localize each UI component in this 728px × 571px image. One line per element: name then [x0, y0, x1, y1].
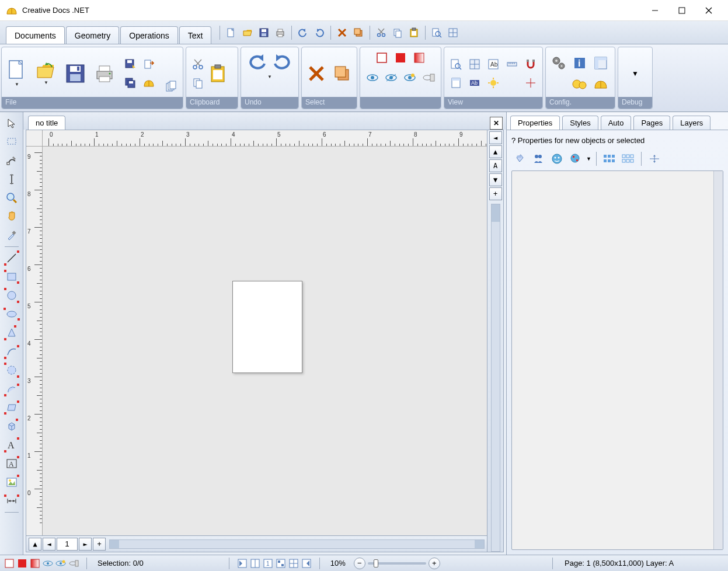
layer-down-icon[interactable]: ▼ — [489, 173, 502, 186]
text-cursor-tool[interactable] — [3, 170, 20, 188]
edit-points-tool[interactable] — [3, 152, 20, 169]
polygon-tool[interactable] — [3, 324, 20, 342]
vertical-scrollbar[interactable] — [491, 204, 500, 552]
zoom-page-icon[interactable] — [429, 25, 444, 40]
delete-button[interactable] — [305, 62, 328, 85]
document-tab[interactable]: no title — [28, 116, 65, 130]
view-mode-2-icon[interactable] — [249, 558, 261, 569]
grid-icon[interactable] — [445, 25, 461, 40]
swatch-gradient-icon[interactable] — [29, 558, 41, 569]
close-button[interactable] — [695, 2, 722, 19]
status-eye2-icon[interactable] — [55, 558, 67, 569]
eye-show-icon[interactable] — [364, 69, 381, 86]
save-all-icon[interactable] — [122, 75, 138, 91]
properties-scrollbar[interactable] — [713, 171, 723, 549]
prop-grid3x2-outline-icon[interactable] — [620, 151, 636, 167]
minimize-button[interactable] — [642, 2, 668, 19]
tab-geometry[interactable]: Geometry — [66, 26, 119, 44]
preview-filled-icon[interactable] — [392, 50, 409, 66]
cut-button[interactable] — [190, 56, 206, 72]
view-mode-1-icon[interactable] — [236, 558, 248, 569]
page-prev-icon[interactable]: ◄ — [43, 538, 55, 551]
preview-outline-icon[interactable] — [374, 50, 390, 66]
image-tool[interactable] — [3, 473, 20, 491]
undo-button[interactable] — [245, 50, 269, 73]
tab-operations[interactable]: Operations — [120, 26, 177, 44]
text-tool[interactable]: A — [3, 436, 20, 454]
page-up-icon[interactable]: ▲ — [29, 538, 41, 551]
layout-icon[interactable] — [591, 54, 610, 72]
info-icon[interactable]: i — [570, 54, 589, 72]
open-icon[interactable] — [240, 25, 255, 40]
ellipse-tool[interactable] — [3, 305, 20, 323]
marquee-tool[interactable] — [3, 133, 20, 151]
close-document-button[interactable]: ✕ — [490, 117, 503, 130]
eye-half-icon[interactable] — [383, 69, 399, 86]
maximize-button[interactable] — [668, 2, 695, 19]
zoom-track[interactable] — [368, 562, 426, 565]
new-document-button[interactable]: ▼ — [5, 60, 29, 88]
eyedropper-tool[interactable] — [3, 227, 20, 244]
copy-button[interactable] — [190, 75, 206, 91]
side-tab-auto[interactable]: Auto — [601, 116, 632, 130]
star-tool[interactable] — [3, 361, 20, 379]
page-next-icon[interactable]: ► — [79, 538, 92, 551]
view-mode-6-icon[interactable] — [301, 558, 312, 569]
arc-tool[interactable] — [3, 380, 20, 398]
text-label-icon[interactable]: Ab — [466, 75, 483, 91]
save-document-button[interactable] — [64, 60, 87, 88]
side-tab-properties[interactable]: Properties — [510, 116, 560, 130]
prop-people-icon[interactable] — [530, 151, 546, 167]
text-grid-icon[interactable]: Ab — [485, 56, 501, 72]
smileys-icon[interactable] — [570, 75, 589, 93]
undo-icon[interactable] — [295, 25, 311, 40]
zoom-fit-icon[interactable] — [448, 56, 464, 72]
status-eye3-icon[interactable] — [68, 558, 79, 569]
layer-add-icon[interactable]: + — [489, 187, 502, 200]
horizontal-scrollbar[interactable] — [109, 539, 485, 549]
swatch-filled-icon[interactable] — [16, 558, 28, 569]
export-icon[interactable] — [141, 56, 157, 72]
view-mode-3-icon[interactable]: 1 — [262, 558, 274, 569]
cube-tool[interactable] — [3, 417, 20, 435]
zoom-thumb[interactable] — [374, 559, 378, 567]
book-icon[interactable] — [141, 75, 157, 91]
view-mode-4-icon[interactable] — [275, 558, 287, 569]
side-tab-layers[interactable]: Layers — [673, 116, 710, 130]
page-add-icon[interactable]: + — [93, 538, 106, 551]
prop-align-icon[interactable] — [646, 151, 663, 167]
prop-smiley-icon[interactable] — [549, 151, 565, 167]
dimension-tool[interactable] — [3, 492, 20, 510]
line-tool[interactable] — [3, 249, 20, 267]
view-mode-5-icon[interactable] — [288, 558, 299, 569]
crosshair-icon[interactable] — [523, 75, 539, 91]
eye-settings-icon[interactable] — [420, 69, 437, 86]
eye-hide-icon[interactable] — [402, 69, 418, 86]
preview-gradient-icon[interactable] — [411, 50, 427, 66]
bezier-tool[interactable] — [3, 343, 20, 360]
ruler-icon[interactable] — [504, 56, 520, 72]
cut-icon[interactable] — [374, 25, 389, 40]
page-layout-icon[interactable] — [448, 75, 464, 91]
circle-tool[interactable] — [3, 287, 20, 304]
zoom-tool[interactable] — [3, 189, 20, 207]
layer-up-icon[interactable]: ▲ — [489, 145, 502, 158]
status-eye1-icon[interactable] — [42, 558, 54, 569]
prop-shape-dropdown-icon[interactable] — [567, 151, 584, 167]
prop-grid3x2-icon[interactable] — [601, 151, 618, 167]
paste-button[interactable] — [208, 56, 227, 91]
scroll-left-icon[interactable]: ◄ — [489, 131, 502, 144]
print-document-button[interactable] — [93, 60, 116, 88]
text-frame-tool[interactable]: A — [3, 455, 20, 472]
side-tab-pages[interactable]: Pages — [633, 116, 670, 130]
swatch-outline-icon[interactable] — [4, 558, 15, 569]
layer-letter[interactable]: A — [489, 159, 502, 172]
page-number-input[interactable] — [57, 538, 78, 551]
redo-icon[interactable] — [312, 25, 327, 40]
help-book-icon[interactable] — [591, 75, 610, 93]
duplicate-button[interactable] — [331, 62, 353, 85]
documents-icon[interactable] — [163, 78, 179, 95]
prop-bucket-icon[interactable] — [511, 151, 528, 167]
print-icon[interactable] — [273, 25, 288, 40]
duplicate-icon[interactable] — [351, 25, 366, 40]
